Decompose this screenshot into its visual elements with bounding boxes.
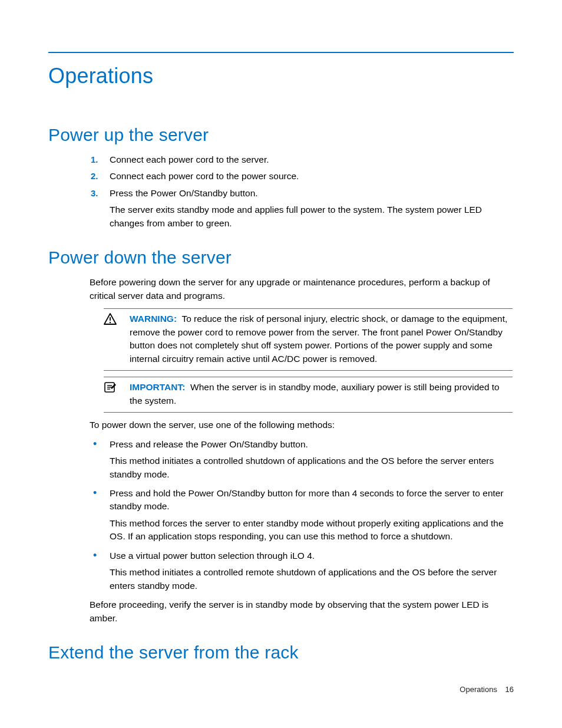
warning-body: WARNING: To reduce the risk of personal … [130, 312, 513, 365]
power-down-methods: • Press and release the Power On/Standby… [110, 438, 514, 593]
step-number: 1. [91, 153, 98, 166]
list-item: • Use a virtual power button selection t… [110, 549, 514, 592]
step-number: 3. [91, 187, 98, 200]
power-up-steps: 1. Connect each power cord to the server… [110, 153, 514, 230]
footer-section: Operations [459, 685, 497, 694]
important-text: When the server is in standby mode, auxi… [130, 382, 500, 405]
list-item: 2. Connect each power cord to the power … [110, 170, 514, 183]
power-down-outro: Before proceeding, verify the server is … [90, 598, 513, 625]
method-detail: This method forces the server to enter s… [110, 517, 514, 543]
list-item: • Press and hold the Power On/Standby bu… [110, 487, 514, 543]
page-title: Operations [48, 64, 514, 88]
section-heading-extend: Extend the server from the rack [48, 643, 514, 663]
footer-page-number: 16 [505, 685, 514, 694]
methods-intro: To power down the server, use one of the… [90, 419, 513, 431]
document-page: Operations Power up the server 1. Connec… [0, 0, 562, 706]
power-down-intro: Before powering down the server for any … [90, 276, 513, 302]
step-detail: The server exits standby mode and applie… [110, 203, 514, 230]
step-text: Connect each power cord to the power sou… [110, 171, 299, 181]
method-lead: Press and release the Power On/Standby b… [110, 439, 308, 449]
svg-point-1 [110, 322, 111, 323]
method-detail: This method initiates a controlled remot… [110, 566, 514, 592]
warning-icon [104, 312, 117, 325]
list-item: 1. Connect each power cord to the server… [110, 153, 514, 166]
step-text: Press the Power On/Standby button. [110, 188, 258, 198]
warning-callout: WARNING: To reduce the risk of personal … [104, 308, 513, 371]
method-lead: Use a virtual power button selection thr… [110, 551, 315, 561]
list-item: 3. Press the Power On/Standby button. Th… [110, 187, 514, 230]
important-label: IMPORTANT: [130, 382, 185, 392]
section-heading-power-up: Power up the server [48, 125, 514, 145]
bullet-icon: • [93, 549, 97, 562]
list-item: • Press and release the Power On/Standby… [110, 438, 514, 481]
page-footer: Operations 16 [459, 685, 514, 694]
bullet-icon: • [93, 438, 97, 451]
top-rule [48, 52, 514, 53]
important-callout: IMPORTANT: When the server is in standby… [104, 377, 513, 413]
method-detail: This method initiates a controlled shutd… [110, 454, 514, 481]
warning-label: WARNING: [130, 314, 177, 324]
important-body: IMPORTANT: When the server is in standby… [130, 381, 513, 407]
important-icon [104, 381, 117, 393]
step-number: 2. [91, 170, 98, 183]
bullet-icon: • [93, 487, 97, 500]
warning-text: To reduce the risk of personal injury, e… [130, 314, 507, 363]
section-heading-power-down: Power down the server [48, 248, 514, 268]
step-text: Connect each power cord to the server. [110, 154, 269, 164]
method-lead: Press and hold the Power On/Standby butt… [110, 488, 504, 511]
